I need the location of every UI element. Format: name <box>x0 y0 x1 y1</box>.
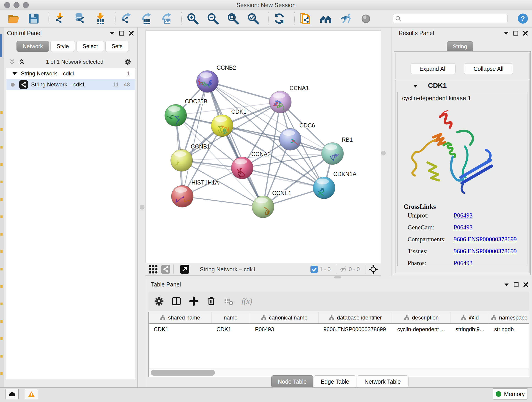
delete-table-button[interactable] <box>223 296 234 307</box>
collapse-all-button[interactable]: Collapse All <box>464 63 513 74</box>
share-document-icon[interactable] <box>299 12 312 25</box>
network-graph[interactable]: CCNB2CCNA1CDC25BCDK1CDC6RB1CCNB1CCNA2CDK… <box>146 31 381 263</box>
expand-all-button[interactable]: Expand All <box>411 63 456 74</box>
expand-all-networks-icon[interactable] <box>18 58 25 65</box>
tab-sets[interactable]: Sets <box>105 41 129 52</box>
network-edge-HIST1H1A-CCNE1[interactable] <box>182 196 263 207</box>
tab-network-table[interactable]: Network Table <box>357 375 409 388</box>
window-title: Session: New Session <box>0 2 532 9</box>
column-header-shared-name[interactable]: shared name <box>149 312 211 323</box>
export-network-icon[interactable] <box>120 12 133 25</box>
column-header-namespace[interactable]: namespace <box>489 312 529 323</box>
export-table-icon[interactable] <box>140 12 153 25</box>
table-panel-close-icon[interactable] <box>523 282 529 288</box>
network-options-gear-icon[interactable] <box>124 58 132 65</box>
column-header-database-identifier[interactable]: database identifier <box>318 312 392 323</box>
save-session-icon[interactable] <box>27 12 40 25</box>
help-icon[interactable]: ? <box>517 13 528 24</box>
function-builder-button[interactable]: f(x) <box>241 297 252 306</box>
export-image-icon[interactable] <box>160 12 173 25</box>
cloud-status-button[interactable] <box>5 389 19 399</box>
collection-disclosure-icon[interactable] <box>12 70 18 77</box>
panel-close-icon[interactable] <box>128 30 134 36</box>
crosslink-link[interactable]: P06493 <box>454 212 473 219</box>
table-panel-menu-icon[interactable] <box>504 282 510 288</box>
cell-shared-name[interactable]: CDK1 <box>149 324 211 335</box>
network-edge-CCNB2-CCNE1[interactable] <box>207 82 263 207</box>
crosslink-link[interactable]: P06493 <box>454 224 473 231</box>
network-node-RB1[interactable]: RB1 <box>322 136 353 165</box>
network-node-CDK1[interactable]: CDK1 <box>211 108 246 137</box>
network-node-CDKN1A[interactable]: CDKN1A <box>313 171 356 199</box>
birdseye-icon[interactable] <box>359 12 373 25</box>
show-columns-button[interactable] <box>171 296 182 307</box>
column-header-id[interactable]: @id <box>450 312 489 323</box>
zoom-in-icon[interactable] <box>186 12 199 25</box>
open-session-icon[interactable] <box>7 12 20 25</box>
birdseye-navigator-button[interactable] <box>369 265 378 274</box>
view-network-toggle-button[interactable] <box>161 265 170 274</box>
search-input[interactable] <box>402 14 507 23</box>
node-label-CCNB2: CCNB2 <box>216 64 236 71</box>
tab-node-table[interactable]: Node Table <box>271 375 313 388</box>
network-node-CCNA1[interactable]: CCNA1 <box>269 85 309 113</box>
cell-database-identifier[interactable]: 9606.ENSP00000378699 <box>318 324 392 335</box>
crosslink-link[interactable]: P06493 <box>454 260 473 266</box>
column-header-name[interactable]: name <box>211 312 250 323</box>
network-node-HIST1H1A[interactable]: HIST1H1A <box>171 179 219 207</box>
add-column-button[interactable] <box>188 296 199 307</box>
import-database-icon[interactable] <box>73 12 87 25</box>
right-splitter-handle[interactable] <box>381 151 386 155</box>
table-panel-float-icon[interactable] <box>513 282 519 288</box>
refresh-icon[interactable] <box>273 12 286 25</box>
hidden-elements-icon[interactable] <box>340 266 347 273</box>
table-options-gear-button[interactable] <box>153 296 165 307</box>
detach-view-button[interactable] <box>180 265 189 274</box>
import-table-icon[interactable] <box>94 12 107 25</box>
table-row[interactable]: CDK1 CDK1 P06493 9606.ENSP00000378699 cy… <box>149 324 529 335</box>
panel-menu-icon[interactable] <box>109 30 115 36</box>
crosslink-link[interactable]: 9606.ENSP00000378699 <box>454 248 517 255</box>
tab-style[interactable]: Style <box>51 41 75 52</box>
scrollbar-thumb[interactable] <box>151 370 215 376</box>
results-panel-close-icon[interactable] <box>522 30 528 36</box>
zoom-selected-icon[interactable] <box>247 12 260 25</box>
left-splitter-handle[interactable] <box>140 205 144 210</box>
crosslink-link[interactable]: 9606.ENSP00000378699 <box>454 236 517 243</box>
warnings-button[interactable] <box>25 389 38 399</box>
network-node-CCNE1[interactable]: CCNE1 <box>252 190 291 218</box>
zoom-out-icon[interactable] <box>206 12 220 25</box>
memory-button[interactable]: Memory <box>493 389 527 400</box>
gene-disclosure-icon[interactable] <box>412 84 418 89</box>
selected-nodes-checkbox[interactable] <box>310 266 318 273</box>
network-collection-row[interactable]: String Network – cdk1 1 <box>6 68 135 79</box>
view-grid-toggle-button[interactable] <box>149 265 158 274</box>
results-panel-menu-icon[interactable] <box>503 30 509 36</box>
vertical-splitter[interactable] <box>390 27 392 276</box>
node-gloss-highlight <box>283 130 295 136</box>
tab-edge-table[interactable]: Edge Table <box>314 375 356 388</box>
cell-name[interactable]: CDK1 <box>211 324 250 335</box>
panel-float-icon[interactable] <box>119 30 125 36</box>
cell-namespace[interactable]: stringdb <box>489 324 529 335</box>
tab-string[interactable]: String <box>447 41 473 52</box>
tab-select[interactable]: Select <box>76 41 104 52</box>
import-network-icon[interactable] <box>53 12 66 25</box>
homes-icon[interactable] <box>319 12 332 25</box>
network-canvas[interactable]: CCNB2CCNA1CDC25BCDK1CDC6RB1CCNB1CCNA2CDK… <box>146 31 381 263</box>
zoom-fit-icon[interactable] <box>226 12 240 25</box>
hide-panels-icon[interactable] <box>339 12 352 25</box>
cell-id[interactable]: stringdb:9... <box>450 324 489 335</box>
tab-network[interactable]: Network <box>17 41 49 52</box>
horizontal-splitter-handle[interactable] <box>334 276 341 279</box>
column-header-canonical-name[interactable]: canonical name <box>250 312 318 323</box>
delete-column-button[interactable] <box>206 296 217 307</box>
collapse-all-networks-icon[interactable] <box>9 58 16 65</box>
cell-description[interactable]: cyclin-dependent ... <box>392 324 450 335</box>
network-edge-CDK1-RB1[interactable] <box>222 126 332 153</box>
results-panel-float-icon[interactable] <box>513 30 519 36</box>
column-header-description[interactable]: description <box>392 312 450 323</box>
network-row-selected[interactable]: String Network – cdk1 11 48 <box>6 79 135 90</box>
search-box[interactable] <box>393 14 508 23</box>
cell-canonical-name[interactable]: P06493 <box>250 324 318 335</box>
